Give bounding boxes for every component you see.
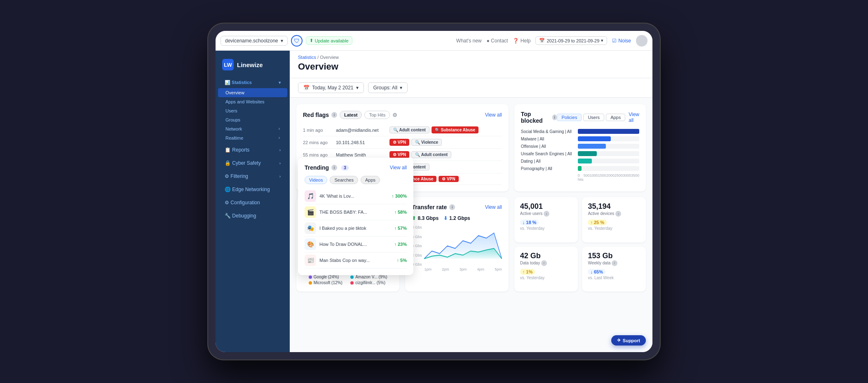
tab-apps[interactable]: Apps xyxy=(606,114,625,121)
line-chart-svg xyxy=(412,225,502,266)
red-flags-title: Red flags i Latest Top Hits ⚙ xyxy=(303,111,397,119)
tab-videos[interactable]: Videos xyxy=(305,176,327,184)
sidebar-item-users[interactable]: Users xyxy=(216,106,290,115)
axis-label: 2000 xyxy=(606,173,615,182)
flag-time: 1 min ago xyxy=(303,128,332,133)
bar-track xyxy=(578,129,639,134)
legend-label: cizgifilmlr... (5%) xyxy=(355,280,385,285)
legend-cizgi: cizgifilmlr... (5%) xyxy=(350,280,387,285)
info-icon: i xyxy=(449,204,455,210)
update-badge[interactable]: ⬆ Update available xyxy=(306,36,352,45)
date-filter-label: Today, May 2 2021 xyxy=(312,85,354,91)
stat-number: 35,194 xyxy=(588,202,640,211)
noise-toggle[interactable]: ☑ Noise xyxy=(612,38,631,44)
date-filter[interactable]: 📅 Today, May 2 2021 ▾ xyxy=(298,82,364,93)
trend-pct: ↑ 57% xyxy=(394,226,407,231)
bar-label: Social Media & Gaming | All xyxy=(521,129,575,134)
top-blocked-header: Top blocked i Policies Users Apps View a… xyxy=(521,111,639,124)
sidebar-item-debugging[interactable]: 🔧 Debugging xyxy=(218,210,287,222)
red-flags-view-all[interactable]: View all xyxy=(485,112,502,118)
stats-grid: 45,001 Active users i ↓ 18 % vs. Yesterd… xyxy=(514,197,646,292)
list-item: 🎭 I Baked you a pie tiktok ↑ 57% xyxy=(305,220,407,236)
tab-policies[interactable]: Policies xyxy=(557,114,582,121)
page-title: Overview xyxy=(298,61,644,72)
bar-track xyxy=(578,144,639,149)
tag-adult-content: 🔍 Adult content xyxy=(389,126,429,133)
legend-dot xyxy=(309,276,312,279)
sidebar-item-network[interactable]: Network› xyxy=(216,124,290,133)
help-link[interactable]: ❓ Help xyxy=(513,38,530,44)
list-item: 🎬 THE BOSS BABY: FA... ↑ 58% xyxy=(305,204,407,220)
sidebar-section-statistics-header[interactable]: 📊 Statistics ▾ xyxy=(218,77,287,88)
date-range[interactable]: 📅 2021-09-29 to 2021-09-29 ▾ xyxy=(535,36,607,45)
bar-track xyxy=(578,136,639,141)
gear-icon[interactable]: ⚙ xyxy=(392,112,397,118)
axis-label: 2500 xyxy=(615,173,623,182)
trend-thumb: 🎵 xyxy=(305,190,316,202)
breadcrumb-root[interactable]: Statistics xyxy=(298,55,316,60)
sidebar-section-edge-networking: 🌐 Edge Networking xyxy=(216,184,290,195)
x-axis-label: 2pm xyxy=(442,267,449,271)
tab-apps[interactable]: Apps xyxy=(361,176,380,184)
stat-card-active-users: 45,001 Active users i ↓ 18 % vs. Yesterd… xyxy=(514,197,578,243)
transfer-rate-card: Transfer rate i View all ⬆ 8.3 Gbps xyxy=(405,197,508,292)
transfer-rate-view-all[interactable]: View all xyxy=(485,204,502,210)
contact-link[interactable]: ● Contact xyxy=(487,38,508,44)
tag-adult-content: 🔍 Adult content xyxy=(411,151,451,158)
axis-label: 500 xyxy=(584,173,590,182)
flag-row: 22 mins ago 10.101.248.51 ⚙ VPN 🔍 Violen… xyxy=(303,136,502,149)
shield-icon[interactable]: 🛡 xyxy=(291,35,303,47)
tag-vpn: ⚙ VPN xyxy=(439,176,458,182)
bar-fill xyxy=(578,136,611,141)
sidebar-item-configuration[interactable]: ⚙ Configuration xyxy=(218,197,287,208)
sidebar-item-realtime[interactable]: Realtime› xyxy=(216,133,290,142)
tab-users[interactable]: Users xyxy=(583,114,604,121)
calendar-icon: 📅 xyxy=(539,38,545,43)
flag-user: Matthew Smith xyxy=(336,152,385,157)
chevron-icon: › xyxy=(279,148,281,152)
stat-change: ↓ 65% xyxy=(588,269,605,275)
bar-row: Unsafe Search Engines | All xyxy=(521,151,639,156)
info-icon: i xyxy=(331,165,337,170)
trending-view-all[interactable]: View all xyxy=(390,165,407,170)
legend-microsoft: Microsoft (12%) xyxy=(309,280,345,285)
trend-pct: ↑ 58% xyxy=(394,210,407,215)
tab-latest[interactable]: Latest xyxy=(340,111,362,119)
support-button[interactable]: ✈ Support xyxy=(611,335,646,346)
bar-track xyxy=(578,166,639,171)
sidebar-item-apps-websites[interactable]: Apps and Websites xyxy=(216,97,290,106)
whats-new-link[interactable]: What's new xyxy=(456,38,482,44)
sidebar: LW Linewize 📊 Statistics ▾ Overview Apps… xyxy=(216,51,290,352)
chevron-down-icon: ▾ xyxy=(601,38,603,43)
trend-thumb: 📰 xyxy=(305,255,316,266)
sidebar-item-cyber-safety[interactable]: 🔒 Cyber Safety › xyxy=(218,157,287,169)
chevron-icon: › xyxy=(279,161,281,166)
trend-name: How To Draw DONAL... xyxy=(319,242,391,247)
sidebar-item-overview[interactable]: Overview xyxy=(218,88,287,97)
sidebar-item-reports[interactable]: 📋 Reports › xyxy=(218,144,287,156)
stat-label: Active devices i xyxy=(588,211,640,217)
groups-filter[interactable]: Groups: All ▾ xyxy=(368,82,408,93)
sidebar-item-groups[interactable]: Groups xyxy=(216,115,290,124)
bar-track xyxy=(578,159,639,163)
legend-google: Google (24%) xyxy=(309,275,345,279)
page-header: Statistics / Overview Overview xyxy=(290,51,652,78)
calendar-icon: 📅 xyxy=(303,85,310,91)
tab-searches[interactable]: Searches xyxy=(330,176,358,184)
line-chart-container: 8 Gbs 6 Gbs 4 Gbs 2 Gbs 0 Gbs xyxy=(412,225,502,266)
sidebar-item-edge-networking[interactable]: 🌐 Edge Networking xyxy=(218,184,287,195)
chevron-icon: › xyxy=(279,174,281,179)
legend-label: Microsoft (12%) xyxy=(314,280,343,285)
top-blocked-view-all[interactable]: View all xyxy=(629,112,639,123)
stat-card-active-devices: 35,194 Active devices i ↑ 25 % vs. Yeste… xyxy=(582,197,646,243)
axis-label: 1000 xyxy=(590,173,598,182)
tab-top-hits[interactable]: Top Hits xyxy=(364,111,390,119)
x-axis-label: 1pm xyxy=(424,267,432,271)
checkbox-icon: ☑ xyxy=(612,38,617,44)
avatar[interactable] xyxy=(636,35,647,47)
tag-vpn: ⚙ VPN xyxy=(389,139,409,146)
device-selector[interactable]: devicename.schoolzone ▾ xyxy=(221,36,288,46)
sidebar-item-filtering[interactable]: ⚙ Filtering › xyxy=(218,170,287,182)
sidebar-section-configuration: ⚙ Configuration xyxy=(216,197,290,208)
list-item: 📰 Man Stabs Cop on way... ↑ 5% xyxy=(305,252,407,269)
